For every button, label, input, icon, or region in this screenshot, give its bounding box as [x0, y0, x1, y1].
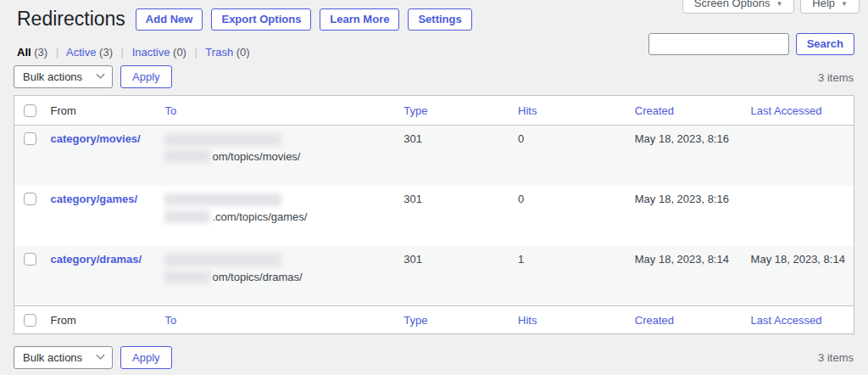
redirect-created: May 18, 2023, 8:16	[626, 126, 743, 186]
redacted-url-blur	[164, 254, 281, 266]
filter-active-count: (3)	[99, 46, 113, 59]
apply-button[interactable]: Apply	[120, 346, 172, 369]
search-box: Search	[648, 33, 854, 55]
redirect-to-url: .com/topics/games/	[164, 193, 387, 224]
column-created[interactable]: Created	[635, 104, 674, 117]
redirect-created: May 18, 2023, 8:14	[626, 246, 743, 306]
column-created[interactable]: Created	[635, 314, 674, 327]
chevron-down-icon	[97, 351, 105, 360]
apply-button[interactable]: Apply	[120, 65, 172, 88]
screen-meta: Screen Options ▼ Help ▼	[682, 0, 860, 14]
learn-more-button[interactable]: Learn More	[320, 8, 399, 31]
redirect-hits: 0	[509, 186, 626, 246]
redirect-to-url: om/topics/dramas/	[164, 254, 387, 284]
column-to[interactable]: To	[164, 314, 176, 327]
help-button[interactable]: Help ▼	[800, 0, 860, 14]
select-all-checkbox[interactable]	[24, 314, 36, 327]
items-count: 3 items	[818, 351, 854, 364]
redirect-last-accessed: May 18, 2023, 8:14	[743, 246, 854, 306]
redirect-hits: 0	[509, 126, 626, 186]
table-header: From To Type Hits Created Last Accessed	[14, 96, 854, 126]
redirect-created: May 18, 2023, 8:16	[626, 186, 743, 246]
column-type[interactable]: Type	[403, 104, 427, 117]
help-label: Help	[812, 0, 835, 9]
column-from: From	[50, 104, 75, 117]
row-checkbox[interactable]	[24, 132, 36, 145]
redirect-to-visible-text: om/topics/movies/	[212, 149, 300, 164]
redirect-hits: 1	[509, 246, 626, 306]
table-row: category/movies/ om/topics/movies/ 301 0…	[14, 126, 854, 186]
filter-all-count: (3)	[34, 46, 47, 59]
filter-separator: |	[195, 46, 198, 59]
bulk-actions-selected: Bulk actions	[23, 70, 82, 83]
chevron-down-icon	[97, 70, 105, 79]
redirect-from-link[interactable]: category/dramas/	[50, 253, 142, 266]
table-row: category/dramas/ om/topics/dramas/ 301 1…	[14, 246, 854, 306]
redirect-from-link[interactable]: category/games/	[50, 193, 137, 205]
tablenav-top: Bulk actions Apply	[14, 65, 172, 88]
export-options-button[interactable]: Export Options	[211, 8, 311, 31]
redacted-url-blur	[164, 210, 210, 223]
table-body: category/movies/ om/topics/movies/ 301 0…	[14, 126, 854, 306]
column-hits[interactable]: Hits	[518, 314, 537, 327]
column-hits[interactable]: Hits	[518, 104, 537, 117]
page-title: Redirections	[17, 7, 125, 31]
items-count: 3 items	[818, 71, 854, 84]
select-all-checkbox[interactable]	[24, 104, 36, 117]
column-type[interactable]: Type	[403, 314, 427, 327]
chevron-down-icon: ▼	[776, 0, 782, 9]
redirect-to-visible-text: .com/topics/games/	[212, 210, 307, 224]
bulk-actions-select[interactable]: Bulk actions	[14, 346, 113, 369]
table-row: category/games/ .com/topics/games/ 301 0…	[14, 186, 854, 246]
filter-separator: |	[121, 46, 124, 59]
column-last-accessed[interactable]: Last Accessed	[751, 104, 822, 117]
column-to[interactable]: To	[164, 104, 176, 117]
tablenav-bottom: Bulk actions Apply	[14, 346, 172, 369]
filter-inactive[interactable]: Inactive	[132, 46, 170, 59]
screen-options-label: Screen Options	[694, 0, 771, 9]
redirect-from-link[interactable]: category/movies/	[50, 132, 140, 145]
filter-inactive-count: (0)	[173, 46, 186, 59]
redirect-to-visible-text: om/topics/dramas/	[212, 270, 302, 284]
add-new-button[interactable]: Add New	[136, 8, 203, 31]
row-checkbox[interactable]	[24, 253, 36, 266]
screen-options-button[interactable]: Screen Options ▼	[682, 0, 795, 14]
redacted-url-blur	[164, 150, 210, 163]
search-input[interactable]	[648, 33, 789, 55]
page-header: Redirections Add New Export Options Lear…	[17, 7, 481, 31]
redirect-type: 301	[395, 126, 509, 186]
redacted-url-blur	[164, 193, 281, 206]
redacted-url-blur	[164, 133, 281, 146]
column-last-accessed[interactable]: Last Accessed	[751, 314, 822, 327]
settings-button[interactable]: Settings	[408, 8, 471, 31]
redirect-last-accessed	[743, 186, 854, 246]
status-filters: All (3) | Active (3) | Inactive (0) | Tr…	[17, 46, 250, 59]
column-from: From	[50, 314, 75, 327]
table-footer: From To Type Hits Created Last Accessed	[14, 306, 854, 334]
redirect-to-url: om/topics/movies/	[164, 133, 387, 164]
redirect-last-accessed	[743, 126, 854, 186]
bulk-actions-select[interactable]: Bulk actions	[14, 65, 113, 88]
bulk-actions-selected: Bulk actions	[23, 351, 82, 364]
filter-active[interactable]: Active	[66, 46, 96, 59]
redirect-type: 301	[395, 186, 509, 246]
chevron-down-icon: ▼	[841, 0, 848, 9]
redacted-url-blur	[164, 271, 210, 283]
filter-all[interactable]: All	[17, 46, 31, 59]
redirect-type: 301	[395, 246, 509, 306]
row-checkbox[interactable]	[24, 193, 36, 205]
filter-trash-count: (0)	[236, 46, 250, 59]
search-button[interactable]: Search	[796, 33, 854, 55]
redirects-table: From To Type Hits Created Last Accessed …	[14, 95, 854, 334]
filter-trash[interactable]: Trash	[205, 46, 233, 59]
filter-separator: |	[56, 46, 58, 59]
